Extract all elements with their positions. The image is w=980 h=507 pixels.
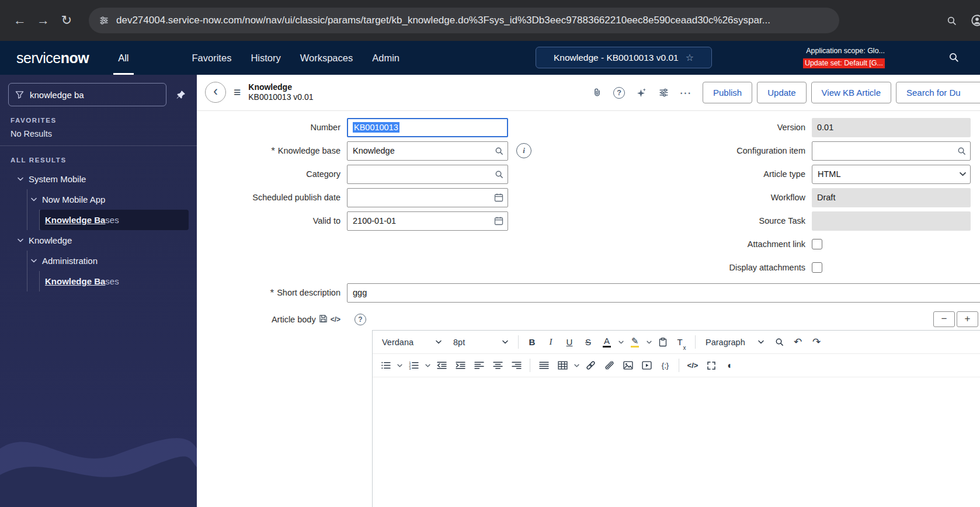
highlight-color-chevron-icon[interactable]	[645, 334, 653, 351]
site-info-icon[interactable]	[99, 16, 109, 25]
contrast-icon[interactable]: ◐	[721, 357, 739, 374]
lens-search-icon[interactable]	[941, 9, 961, 32]
search-for-duplicates-button[interactable]: Search for Du	[896, 82, 980, 103]
insert-link-icon[interactable]	[582, 357, 599, 374]
personalize-sliders-icon[interactable]	[652, 82, 675, 103]
menu-filter-input[interactable]: knowledge ba	[8, 83, 166, 106]
reference-preview-icon[interactable]: i	[516, 143, 531, 158]
sidebar-divider	[0, 145, 197, 146]
toolbar-separator	[518, 335, 519, 349]
menu-tree: System Mobile Now Mobile App Knowledge B…	[0, 169, 197, 291]
display-attachments-checkbox[interactable]	[812, 262, 822, 273]
sidebar-item-now-mobile-app[interactable]: Now Mobile App	[27, 189, 197, 210]
scheduled-publish-date-input[interactable]	[347, 188, 508, 207]
redo-icon[interactable]: ↷	[808, 334, 825, 351]
strikethrough-icon[interactable]: S	[579, 334, 597, 351]
browser-profile-icon[interactable]	[967, 9, 980, 32]
nav-favorites[interactable]: Favorites	[192, 53, 232, 64]
remove-link-icon[interactable]	[600, 357, 618, 374]
numbered-list-chevron-icon[interactable]	[423, 357, 432, 374]
nav-admin[interactable]: Admin	[372, 53, 399, 64]
font-family-select[interactable]: Verdana	[377, 334, 447, 351]
number-input[interactable]: KB0010013	[347, 118, 508, 137]
font-size-select[interactable]: 8pt	[448, 334, 513, 351]
publish-button[interactable]: Publish	[703, 82, 752, 103]
decrease-editor-button[interactable]: −	[933, 311, 955, 327]
all-menu-tab[interactable]: All	[113, 41, 133, 75]
article-body-help-icon[interactable]: ?	[355, 314, 366, 325]
numbered-list-icon[interactable]: 123	[405, 357, 422, 374]
calendar-icon[interactable]	[494, 216, 503, 225]
valid-to-input[interactable]	[347, 211, 508, 231]
find-replace-icon[interactable]	[770, 334, 788, 351]
display-attachments-label: Display attachments	[571, 263, 812, 272]
reference-lookup-icon[interactable]	[495, 147, 503, 155]
context-record-pill[interactable]: Knowledge - KB0010013 v0.01 ☆	[536, 47, 712, 68]
insert-video-icon[interactable]	[638, 357, 655, 374]
version-value: 0.01	[812, 118, 971, 137]
paste-icon[interactable]	[654, 334, 672, 351]
insert-image-icon[interactable]	[619, 357, 637, 374]
browser-back-icon[interactable]: ←	[8, 9, 32, 32]
align-center-icon[interactable]	[489, 357, 506, 374]
underline-icon[interactable]: U	[561, 334, 578, 351]
attachment-link-checkbox[interactable]	[812, 239, 822, 249]
article-type-select[interactable]: HTML	[812, 165, 971, 184]
editor-content-area[interactable]	[373, 377, 980, 507]
pin-sidebar-icon[interactable]	[171, 85, 191, 105]
edit-source-icon[interactable]: </>	[331, 315, 340, 324]
favorite-star-icon[interactable]: ☆	[686, 52, 694, 63]
short-description-input[interactable]	[347, 283, 980, 303]
block-format-select[interactable]: Paragraph	[700, 334, 769, 351]
italic-icon[interactable]: I	[542, 334, 559, 351]
calendar-icon[interactable]	[494, 193, 503, 202]
undo-icon[interactable]: ↶	[789, 334, 807, 351]
text-color-icon[interactable]: A	[598, 334, 616, 351]
source-code-icon[interactable]: </>	[684, 357, 701, 374]
configuration-item-input[interactable]	[812, 141, 971, 161]
help-icon[interactable]: ?	[608, 82, 630, 103]
sidebar-item-knowledge-bases[interactable]: Knowledge Bases	[40, 271, 197, 291]
field-row-valid-to: Valid to	[197, 209, 531, 232]
address-bar[interactable]: dev274004.service-now.com/now/nav/ui/cla…	[89, 8, 839, 33]
text-color-chevron-icon[interactable]	[617, 334, 625, 351]
sidebar-item-administration[interactable]: Administration	[27, 251, 197, 271]
bullet-list-chevron-icon[interactable]	[395, 357, 404, 374]
outdent-icon[interactable]	[433, 357, 450, 374]
align-right-icon[interactable]	[508, 357, 525, 374]
sidebar-item-knowledge-bases-selected[interactable]: Knowledge Bases	[40, 210, 189, 230]
fullscreen-icon[interactable]	[703, 357, 720, 374]
knowledge-base-input[interactable]	[347, 141, 508, 161]
align-left-icon[interactable]	[470, 357, 488, 374]
reference-lookup-icon[interactable]	[957, 147, 966, 155]
indent-icon[interactable]	[451, 357, 469, 374]
sidebar-item-knowledge[interactable]: Knowledge	[0, 230, 197, 251]
nav-workspaces[interactable]: Workspaces	[300, 53, 353, 64]
table-icon[interactable]	[554, 357, 571, 374]
reference-lookup-icon[interactable]	[495, 170, 503, 179]
attachment-paperclip-icon[interactable]	[586, 82, 608, 103]
ai-sparkle-icon[interactable]	[630, 82, 652, 103]
justify-icon[interactable]	[535, 357, 552, 374]
highlight-color-icon[interactable]: ✎	[626, 334, 644, 351]
increase-editor-button[interactable]: +	[957, 311, 978, 327]
clear-formatting-icon[interactable]: Tx	[673, 334, 690, 351]
nav-history[interactable]: History	[251, 53, 280, 64]
bullet-list-icon[interactable]	[377, 357, 394, 374]
browser-forward-icon[interactable]: →	[32, 9, 55, 32]
browser-reload-icon[interactable]: ↻	[55, 9, 78, 32]
view-kb-article-button[interactable]: View KB Article	[811, 82, 891, 103]
update-set-text[interactable]: Update set: Default [G...	[803, 58, 885, 68]
bold-icon[interactable]: B	[523, 334, 541, 351]
table-chevron-icon[interactable]	[572, 357, 581, 374]
back-button[interactable]: ‹	[205, 82, 226, 103]
category-input[interactable]	[347, 165, 508, 184]
sidebar-item-system-mobile[interactable]: System Mobile	[0, 169, 197, 189]
global-search-icon[interactable]	[948, 52, 959, 62]
more-actions-icon[interactable]: ⋯	[675, 82, 697, 103]
code-sample-icon[interactable]: {;}	[656, 357, 674, 374]
save-disk-icon[interactable]	[319, 314, 328, 325]
servicenow-logo[interactable]: servicenow	[16, 50, 89, 67]
form-context-menu-icon[interactable]: ≡	[234, 85, 241, 99]
update-button[interactable]: Update	[757, 82, 806, 103]
